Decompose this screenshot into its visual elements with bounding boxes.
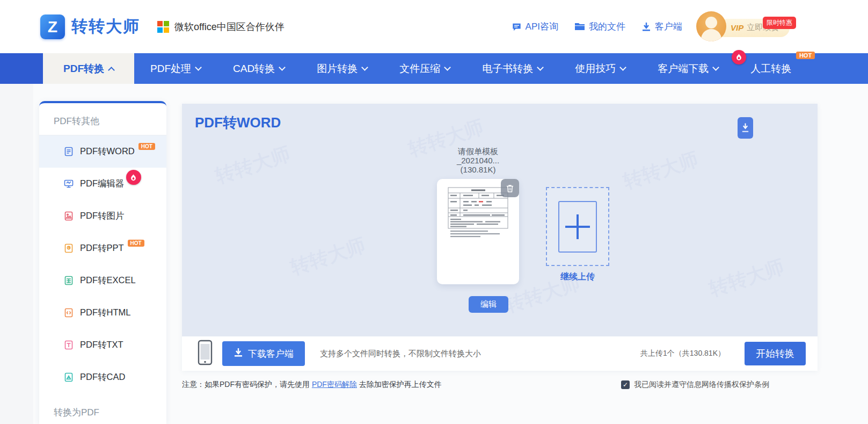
nav-client-download[interactable]: 客户端下载 <box>641 53 734 84</box>
nav-image-convert[interactable]: 图片转换 <box>301 53 383 84</box>
download-client-label: 下载客户端 <box>248 348 294 360</box>
conversion-tip: 支持多个文件同时转换，不限制文件转换大小 <box>320 349 481 359</box>
download-result-button[interactable] <box>738 117 753 139</box>
note-row: 注意：如果PDF有密码保护，请先使用 PDF密码解除 去除加密保护再上传文件 ✓… <box>182 380 818 390</box>
microsoft-logo-icon <box>157 21 169 33</box>
download-client-button[interactable]: 下载客户端 <box>222 341 305 366</box>
watermark: 转转大师 <box>706 254 787 303</box>
nav-label: PDF转换 <box>63 62 104 76</box>
chevron-down-icon <box>279 64 286 71</box>
nav-file-compress[interactable]: 文件压缩 <box>383 53 466 84</box>
sidebar-section-to-pdf: 转换为PDF <box>39 393 166 424</box>
doc-word-icon <box>63 146 74 157</box>
nav-label: PDF处理 <box>150 62 191 76</box>
sidebar-item-pdf-to-txt[interactable]: PDF转TXT <box>39 329 166 361</box>
sidebar-item-label: PDF转EXCEL <box>80 275 136 286</box>
start-convert-button[interactable]: 开始转换 <box>745 342 806 365</box>
chevron-down-icon <box>361 64 368 71</box>
upload-more-label[interactable]: 继续上传 <box>546 271 609 283</box>
file-size: (130.81K) <box>437 165 519 174</box>
action-bar: 下载客户端 支持多个文件同时转换，不限制文件转换大小 共上传1个（共130.81… <box>182 336 818 371</box>
upload-inner-frame <box>558 201 597 253</box>
hot-badge: HOT <box>796 52 815 59</box>
api-consult-link[interactable]: API咨询 <box>512 20 558 33</box>
note-suffix: 去除加密保护再上传文件 <box>357 380 442 389</box>
sidebar-item-pdf-to-ppt[interactable]: PDF转PPT HOT <box>39 232 166 264</box>
sidebar-item-pdf-to-cad[interactable]: PDF转CAD <box>39 361 166 393</box>
doc-ppt-icon <box>63 243 74 254</box>
my-files-label: 我的文件 <box>589 20 625 33</box>
nav-tips[interactable]: 使用技巧 <box>559 53 641 84</box>
partner-banner: 微软office中国区合作伙伴 <box>157 20 285 33</box>
left-gutter <box>0 84 33 424</box>
chevron-down-icon <box>619 64 626 71</box>
hot-badge: HOT <box>138 143 155 150</box>
sidebar-item-label: PDF编辑器 <box>80 178 125 190</box>
nav-ebook-convert[interactable]: 电子书转换 <box>466 53 559 84</box>
nav-pdf-convert[interactable]: PDF转换 <box>43 53 134 84</box>
chevron-down-icon <box>712 64 719 71</box>
nav-lead-block <box>0 53 43 84</box>
sidebar-item-label: PDF转CAD <box>80 371 125 383</box>
upload-workspace: 转转大师 转转大师 转转大师 转转大师 转转大师 转转大师 PDF转WORD 请… <box>182 104 818 336</box>
client-link[interactable]: 客户端 <box>641 20 682 33</box>
watermark: 转转大师 <box>287 232 369 281</box>
sidebar-item-pdf-editor[interactable]: PDF编辑器 <box>39 168 166 200</box>
uploaded-file-item: 请假单模板_2021040... (130.81K) <box>437 147 519 313</box>
edit-file-button[interactable]: 编辑 <box>469 296 508 313</box>
sidebar: PDF转其他 PDF转WORD HOT PDF编辑器 PDF转图片 PDF转PP… <box>39 101 166 424</box>
agreement-row: ✓ 我已阅读并遵守信息网络传播权保护条例 <box>621 380 769 390</box>
sidebar-item-pdf-to-image[interactable]: PDF转图片 <box>39 200 166 232</box>
file-name: 请假单模板_2021040... <box>437 147 519 165</box>
folder-icon <box>574 22 585 31</box>
hot-badge: HOT <box>128 240 144 247</box>
my-files-link[interactable]: 我的文件 <box>574 20 625 33</box>
nav-label: CAD转换 <box>233 62 275 76</box>
nav-cad-convert[interactable]: CAD转换 <box>217 53 301 84</box>
doc-txt-icon <box>63 340 74 350</box>
doc-excel-icon <box>63 275 74 286</box>
nav-pdf-process[interactable]: PDF处理 <box>134 53 217 84</box>
user-area: VIP 立即续费 限时特惠 <box>696 10 790 44</box>
chevron-down-icon <box>444 64 451 71</box>
chat-icon <box>512 22 522 32</box>
note-prefix: 注意：如果PDF有密码保护，请先使用 <box>182 380 312 389</box>
chevron-up-icon <box>108 67 115 74</box>
chevron-down-icon <box>195 64 202 71</box>
vip-renew-button[interactable]: VIP 立即续费 限时特惠 <box>722 19 790 37</box>
logo-z-icon: Z <box>40 15 65 39</box>
nav-manual-convert[interactable]: 人工转换 HOT <box>734 53 807 84</box>
sidebar-item-pdf-to-html[interactable]: PDF转HTML <box>39 297 166 329</box>
nav-label: 电子书转换 <box>482 62 533 76</box>
fire-icon <box>126 170 141 185</box>
download-icon <box>234 348 243 360</box>
sidebar-item-pdf-to-excel[interactable]: PDF转EXCEL <box>39 264 166 297</box>
page-title: PDF转WORD <box>195 113 281 132</box>
upload-more-dropzone[interactable] <box>546 187 609 266</box>
password-note: 注意：如果PDF有密码保护，请先使用 PDF密码解除 去除加密保护再上传文件 <box>182 380 442 390</box>
promo-badge: 限时特惠 <box>763 17 796 29</box>
file-preview-card[interactable] <box>437 179 519 284</box>
site-logo[interactable]: Z 转转大师 <box>40 15 140 39</box>
logo-text: 转转大师 <box>71 16 140 38</box>
agreement-label: 我已阅读并遵守信息网络传播权保护条例 <box>634 380 769 390</box>
nav-label: 客户端下载 <box>658 62 709 76</box>
watermark: 转转大师 <box>620 146 702 195</box>
download-icon <box>641 22 651 32</box>
delete-file-button[interactable] <box>501 179 519 197</box>
sidebar-item-label: PDF转HTML <box>80 307 130 319</box>
agreement-checkbox[interactable]: ✓ <box>621 380 630 389</box>
api-consult-label: API咨询 <box>526 20 558 33</box>
nav-label: 文件压缩 <box>399 62 440 76</box>
monitor-edit-icon <box>63 178 74 189</box>
phone-icon <box>198 340 213 368</box>
sidebar-item-label: PDF转WORD <box>80 146 135 157</box>
pdf-password-remove-link[interactable]: PDF密码解除 <box>312 380 357 389</box>
sidebar-item-pdf-to-word[interactable]: PDF转WORD HOT <box>39 135 166 168</box>
watermark: 转转大师 <box>212 141 294 190</box>
plus-icon <box>565 214 590 239</box>
upload-summary: 共上传1个（共130.81K） <box>640 349 725 358</box>
user-avatar[interactable] <box>696 11 726 41</box>
nav-label: 图片转换 <box>317 62 358 76</box>
header-links: API咨询 我的文件 客户端 <box>512 20 682 33</box>
